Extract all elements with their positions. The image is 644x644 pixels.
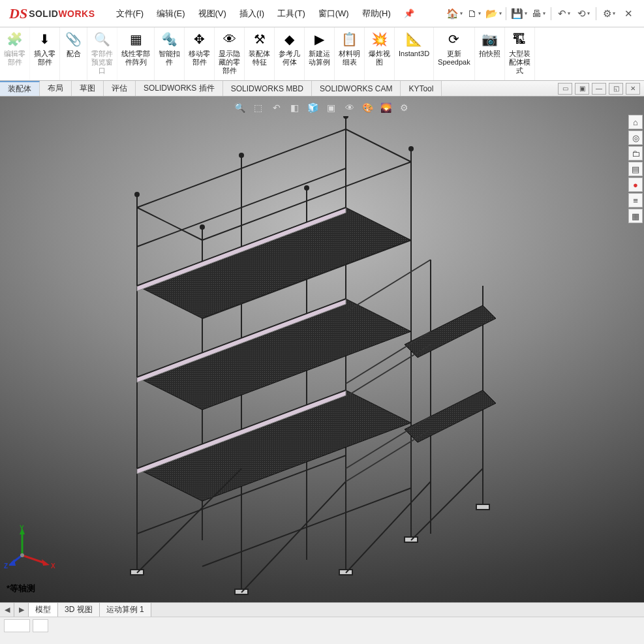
- display-style-icon[interactable]: ▣: [324, 100, 339, 115]
- prev-view-icon[interactable]: ↶: [269, 100, 284, 115]
- zoom-area-icon[interactable]: ⬚: [251, 100, 266, 115]
- svg-line-25: [346, 345, 431, 397]
- tab-addins[interactable]: SOLIDWORKS 插件: [136, 81, 223, 96]
- rb-snapshot[interactable]: 📷拍快照: [475, 27, 505, 80]
- svg-line-40: [241, 482, 346, 592]
- qat-new-icon[interactable]: 🗋: [465, 5, 483, 22]
- rb-exploded-view[interactable]: 💥爆炸视 图: [365, 27, 395, 80]
- visibility-icon: 👁: [221, 30, 239, 48]
- rb-move-component[interactable]: ✥移动零 部件: [185, 27, 215, 80]
- qat-close-icon[interactable]: ✕: [619, 5, 637, 22]
- preview-icon: 🔍: [93, 30, 112, 48]
- qat-print-icon[interactable]: 🖶: [529, 5, 547, 22]
- orientation-triad[interactable]: [9, 523, 55, 568]
- tp-appearances-icon[interactable]: ≡: [628, 193, 643, 207]
- tp-home-icon[interactable]: ⌂: [628, 115, 643, 129]
- quick-access-toolbar: 🏠 🗋 📂 💾 🖶 ↶ ⟲ ⚙ ✕: [445, 0, 644, 27]
- menu-edit[interactable]: 编辑(E): [150, 8, 191, 20]
- status-item[interactable]: [4, 619, 30, 632]
- rb-large-assembly[interactable]: 🏗大型装 配体模 式: [505, 27, 535, 80]
- tab-sketch[interactable]: 草图: [72, 81, 104, 96]
- tp-view-palette-icon[interactable]: ●: [628, 177, 643, 192]
- menu-window[interactable]: 窗口(W): [312, 8, 356, 20]
- menu-pin-icon[interactable]: 📌: [397, 8, 421, 18]
- qat-options-icon[interactable]: ⚙: [600, 5, 618, 22]
- svg-marker-52: [42, 559, 50, 566]
- rb-preview[interactable]: 🔍零部件 预览窗 口: [87, 27, 117, 80]
- model-scaffold: [91, 116, 509, 599]
- menu-view[interactable]: 视图(V): [192, 8, 233, 20]
- win-restore-icon[interactable]: ◱: [609, 83, 623, 95]
- rb-smart-fastener[interactable]: 🔩智能扣 件: [155, 27, 185, 80]
- rb-bom[interactable]: 📋材料明 细表: [335, 27, 365, 80]
- tab-evaluate[interactable]: 评估: [104, 81, 136, 96]
- rb-motion-study[interactable]: ▶新建运 动算例: [305, 27, 335, 80]
- tp-resources-icon[interactable]: ◎: [628, 130, 643, 145]
- svg-point-46: [200, 224, 205, 230]
- svg-point-45: [343, 116, 348, 119]
- tab-layout[interactable]: 布局: [40, 81, 72, 96]
- win-minimize-icon[interactable]: —: [592, 83, 606, 95]
- svg-line-38: [137, 207, 202, 240]
- rb-show-hide[interactable]: 👁显示隐 藏的零 部件: [215, 27, 245, 80]
- svg-point-44: [239, 153, 244, 158]
- tab-scroll-right-icon[interactable]: ▶: [14, 603, 29, 617]
- rb-mate[interactable]: 📎配合: [60, 27, 87, 80]
- tp-custom-props-icon[interactable]: ▦: [628, 209, 643, 223]
- rb-assembly-feature[interactable]: ⚒装配体 特征: [245, 27, 275, 80]
- insert-component-icon: ⬇︎: [36, 30, 54, 48]
- menu-file[interactable]: 文件(F): [110, 8, 151, 20]
- pattern-icon: ▦: [127, 30, 145, 48]
- rb-edit-component[interactable]: 🧩编辑零 部件: [0, 27, 30, 80]
- qat-separator: [596, 7, 596, 20]
- menu-help[interactable]: 帮助(H): [356, 8, 397, 20]
- menu-insert[interactable]: 插入(I): [233, 8, 271, 20]
- bottom-tab-3dview[interactable]: 3D 视图: [58, 603, 100, 617]
- tp-design-library-icon[interactable]: 🗀: [628, 146, 643, 161]
- win-close-icon[interactable]: ✕: [626, 83, 640, 95]
- hide-show-icon[interactable]: 👁: [342, 100, 358, 115]
- menu-tools[interactable]: 工具(T): [271, 8, 312, 20]
- tab-mbd[interactable]: SOLIDWORKS MBD: [223, 81, 312, 96]
- rb-speedpak[interactable]: ⟳更新 Speedpak: [434, 27, 475, 80]
- svg-point-47: [304, 185, 309, 191]
- qat-separator: [551, 7, 551, 20]
- tp-file-explorer-icon[interactable]: ▤: [628, 162, 643, 176]
- view-orientation-icon[interactable]: 🧊: [305, 100, 321, 115]
- edit-appearance-icon[interactable]: 🎨: [360, 100, 376, 115]
- apply-scene-icon[interactable]: 🌄: [378, 100, 394, 115]
- exploded-icon: 💥: [371, 30, 389, 48]
- rb-linear-pattern[interactable]: ▦线性零部 件阵列: [117, 27, 155, 80]
- qat-home-icon[interactable]: 🏠: [445, 5, 463, 22]
- status-item[interactable]: [33, 619, 48, 632]
- svg-line-27: [346, 260, 431, 312]
- zoom-fit-icon[interactable]: 🔍: [232, 100, 248, 115]
- fastener-icon: 🔩: [161, 30, 179, 48]
- heads-up-toolbar: 🔍 ⬚ ↶ ◧ 🧊 ▣ 👁 🎨 🌄 ⚙: [230, 99, 415, 116]
- tab-cam[interactable]: SOLIDWORKS CAM: [312, 81, 401, 96]
- qat-rebuild-icon[interactable]: ⟲: [574, 5, 592, 22]
- rb-reference-geometry[interactable]: ◆参考几 何体: [275, 27, 305, 80]
- rb-insert-component[interactable]: ⬇︎插入零 部件: [30, 27, 60, 80]
- tab-scroll-left-icon[interactable]: ◀: [0, 603, 14, 617]
- motion-icon: ▶: [311, 30, 329, 48]
- qat-undo-icon[interactable]: ↶: [555, 5, 573, 22]
- bottom-tab-motion[interactable]: 运动算例 1: [100, 603, 151, 617]
- tab-assembly[interactable]: 装配体: [0, 81, 40, 96]
- section-view-icon[interactable]: ◧: [287, 100, 303, 115]
- rb-instant3d[interactable]: 📐Instant3D: [395, 27, 434, 80]
- menu-list: 文件(F) 编辑(E) 视图(V) 插入(I) 工具(T) 窗口(W) 帮助(H…: [102, 0, 421, 27]
- qat-open-icon[interactable]: 📂: [484, 5, 502, 22]
- assembly-feature-icon: ⚒: [251, 30, 269, 48]
- axis-y-label: Y: [20, 525, 24, 532]
- view-settings-icon[interactable]: ⚙: [397, 100, 412, 115]
- win-cascade-icon[interactable]: ▣: [575, 83, 589, 95]
- tab-kytool[interactable]: KYTool: [401, 81, 442, 96]
- menu-bar: DS SOLIDWORKS 文件(F) 编辑(E) 视图(V) 插入(I) 工具…: [0, 0, 644, 27]
- svg-rect-14: [476, 504, 489, 510]
- 3d-viewport[interactable]: 🔍 ⬚ ↶ ◧ 🧊 ▣ 👁 🎨 🌄 ⚙ ⌂ ◎ 🗀 ▤ ● ≡ ▦: [0, 97, 644, 602]
- win-tile-icon[interactable]: ▭: [558, 83, 572, 95]
- qat-save-icon[interactable]: 💾: [510, 5, 528, 22]
- bottom-tab-model[interactable]: 模型: [29, 603, 58, 617]
- axis-z-label: Z: [4, 562, 8, 570]
